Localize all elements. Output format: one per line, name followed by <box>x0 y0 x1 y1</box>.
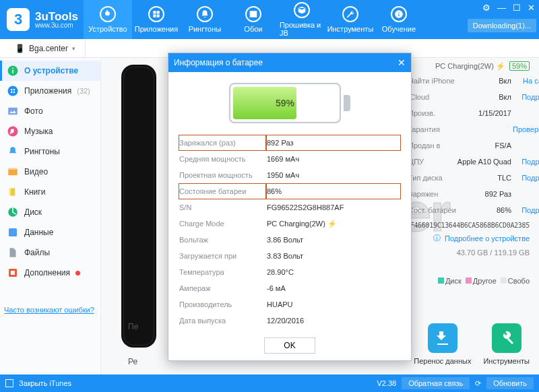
apps-icon <box>148 6 164 22</box>
maximize-icon[interactable]: ☐ <box>513 3 521 13</box>
svg-rect-7 <box>8 168 18 170</box>
nav-wrench[interactable]: Инструменты <box>326 0 375 39</box>
transfer-data-button[interactable]: Перенос данных <box>414 323 471 365</box>
info-link[interactable]: Подроб. <box>521 93 539 101</box>
top-nav: УстройствоПриложенияРингтоныОбоиПрошивка… <box>84 0 423 39</box>
battery-row: ПроизводительHUAPU <box>179 297 400 312</box>
sidebar-item-data[interactable]: Данные <box>0 222 100 242</box>
files-icon <box>7 247 19 259</box>
battery-row: Проектная мощность1950 мАч <box>179 168 400 183</box>
battery-row: Вольтаж3.86 Вольт <box>179 232 400 247</box>
info-icon <box>391 6 407 22</box>
battery-info-table: Заряжался (раз)892 РазСредняя мощность16… <box>178 134 402 329</box>
info-row: Тип дискаTLCПодроб. <box>408 170 539 185</box>
info-row: Произв.1/15/2017 <box>408 106 539 121</box>
sidebar-item-apps[interactable]: Приложения(32) <box>0 81 100 101</box>
svg-rect-9 <box>9 228 17 236</box>
battery-row: Средняя мощность1669 мАч <box>179 152 400 166</box>
settings-icon[interactable]: ⚙ <box>482 3 490 13</box>
photo-icon <box>7 105 19 117</box>
minimize-icon[interactable]: — <box>497 3 506 13</box>
logo-badge: 3 <box>7 8 30 31</box>
svg-rect-1 <box>12 70 13 73</box>
info-icon <box>7 65 19 77</box>
info-row: ГарантияПроверить <box>408 122 539 137</box>
modal-header[interactable]: Информация о батарее ✕ <box>168 53 411 72</box>
battery-row: Загружается при3.83 Вольт <box>179 249 400 263</box>
status-bar: Закрыть iTunes V2.38 Обратная связь ⟳ Об… <box>0 374 539 392</box>
battery-row: Состояние батареи86% <box>179 184 400 199</box>
info-row: iCloudВклПодроб. <box>408 90 539 104</box>
sidebar-help-link[interactable]: Часто возникают ошибки? <box>0 303 100 315</box>
feedback-button[interactable]: Обратная связь <box>402 377 470 389</box>
device-udid: F466019C13644B6CA5868B6CD0A2385 <box>407 222 530 229</box>
modal-title: Информация о батарее <box>174 58 263 67</box>
sidebar-item-book[interactable]: Книги <box>0 182 100 202</box>
tools-button[interactable]: Инструменты <box>483 323 530 365</box>
sidebar-item-music[interactable]: Музыка <box>0 121 100 141</box>
sidebar: О устройствеПриложения(32)ФотоМузыкаРинг… <box>0 58 101 374</box>
info-icon: ⓘ <box>433 233 441 243</box>
device-details-link[interactable]: ⓘ Подробнее о устройстве <box>407 233 530 243</box>
battery-row: Ампераж-6 мА <box>179 281 400 296</box>
music-icon <box>7 125 19 137</box>
nav-bell[interactable]: Рингтоны <box>181 0 229 39</box>
info-link[interactable]: Проверить <box>513 125 539 133</box>
legend-item: Свобо <box>501 277 530 285</box>
data-icon <box>7 226 19 238</box>
sidebar-item-photo[interactable]: Фото <box>0 101 100 121</box>
addons-icon <box>7 267 19 279</box>
refresh-icon[interactable]: ⟳ <box>475 379 481 388</box>
info-link[interactable]: Подроб. <box>521 174 539 182</box>
battery-row: Charge ModePC Charging(2W) ⚡ <box>179 216 400 231</box>
legend-item: Диск <box>438 277 462 285</box>
sidebar-item-files[interactable]: Файлы <box>0 242 100 263</box>
close-itunes-label: Закрыть iTunes <box>19 379 71 387</box>
modal-close-icon[interactable]: ✕ <box>398 57 406 68</box>
nav-apps[interactable]: Приложения <box>132 0 181 39</box>
device-tab[interactable]: 📱 Bga.center <box>5 39 86 57</box>
legend-item: Другое <box>466 277 497 285</box>
close-itunes-checkbox[interactable] <box>5 379 13 387</box>
box-icon <box>294 2 310 18</box>
bolt-icon: ⚡ <box>327 220 337 228</box>
info-row: Найти iPhoneВклНа сайт <box>408 73 539 88</box>
storage-legend: ДискДругоеСвобо <box>407 277 530 285</box>
apple-icon <box>100 6 116 22</box>
tools-icon <box>492 323 521 353</box>
transfer-icon <box>428 323 457 353</box>
info-link[interactable]: Подроб. <box>521 158 539 166</box>
info-row: Заряжен892 Раз <box>408 187 539 201</box>
nav-info[interactable]: Обучение <box>375 0 423 39</box>
notification-dot <box>75 271 80 275</box>
nav-picture[interactable]: Обои <box>229 0 278 39</box>
bolt-icon: ⚡ <box>496 62 505 70</box>
info-row: Сост. батареи86%Подроб. <box>408 203 539 218</box>
device-info-panel: PC Charging(2W) ⚡ 59% Найти iPhoneВклНа … <box>407 62 530 285</box>
sidebar-item-disk[interactable]: Диск <box>0 202 100 222</box>
sidebar-item-video[interactable]: Видео <box>0 162 100 182</box>
wrench-icon <box>342 6 358 22</box>
info-row: Продан вFS/A <box>408 138 539 153</box>
sidebar-item-bell[interactable]: Рингтоны <box>0 141 100 162</box>
nav-apple[interactable]: Устройство <box>84 0 132 39</box>
downloading-badge[interactable]: Downloading(1)... <box>468 19 536 32</box>
nav-box[interactable]: Прошивка и JB <box>278 0 326 39</box>
battery-graphic: 59% <box>178 83 402 123</box>
top-bar: 3 3uTools www.3u.com УстройствоПриложени… <box>0 0 539 39</box>
ok-button[interactable]: OK <box>264 337 315 354</box>
sidebar-item-addons[interactable]: Дополнения <box>0 263 100 283</box>
battery-row: S/NFG96522S2G8H887AF <box>179 200 400 215</box>
battery-row: Заряжался (раз)892 Раз <box>179 135 400 150</box>
device-image <box>121 65 156 348</box>
close-icon[interactable]: ✕ <box>528 3 535 13</box>
svg-point-3 <box>8 86 18 96</box>
refresh-button[interactable]: Обновить <box>486 377 534 389</box>
video-icon <box>7 166 19 178</box>
charging-status: PC Charging(2W) ⚡ 59% <box>407 62 530 71</box>
sidebar-item-info[interactable]: О устройстве <box>0 61 100 81</box>
disk-icon <box>7 206 19 218</box>
info-link[interactable]: На сайт <box>523 77 539 85</box>
info-link[interactable]: Подроб. <box>521 206 539 214</box>
app-url: www.3u.com <box>35 22 78 29</box>
